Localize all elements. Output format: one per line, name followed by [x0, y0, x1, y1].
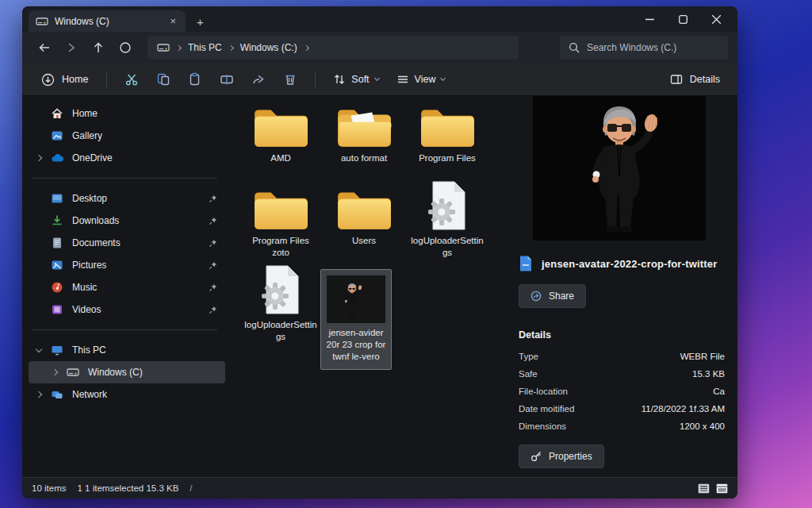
folder-open-icon [335, 104, 393, 148]
close-button[interactable] [699, 6, 733, 32]
sidebar-item-pictures[interactable]: Pictures [29, 254, 225, 276]
sort-arrows-icon [333, 73, 346, 86]
view-dropdown[interactable]: View [389, 68, 453, 90]
pin-icon [209, 194, 217, 203]
maximize-button[interactable] [666, 6, 699, 32]
breadcrumb-this-pc[interactable]: This PC [188, 42, 222, 53]
file-item-auto-format[interactable]: auto format [324, 102, 404, 164]
minimize-button[interactable] [633, 6, 666, 32]
selected-file-header: jensen-avatar-2022-crop-for-twitter [519, 255, 730, 272]
sidebar-item-documents[interactable]: Documents [29, 232, 225, 254]
details-toggle-label: Details [690, 74, 720, 85]
window-controls [633, 6, 733, 32]
folder-icon [335, 187, 393, 231]
file-item-jensen-avatar-selected[interactable]: jensen-avider 20r 23 crop for twnf le-ve… [320, 269, 392, 370]
location-drive-icon [157, 41, 170, 54]
trash-icon [283, 72, 297, 87]
paste-button[interactable] [181, 67, 209, 91]
sidebar-item-home[interactable]: Home [29, 102, 225, 125]
downloads-icon [51, 214, 63, 227]
sidebar-item-network[interactable]: Network [29, 383, 225, 406]
drive-icon [36, 15, 48, 28]
pictures-icon [51, 259, 63, 271]
home-button[interactable]: Home [33, 68, 96, 91]
search-input[interactable]: Search Windows (C.) [560, 36, 728, 60]
arrow-left-icon [38, 41, 51, 54]
sidebar-divider [32, 329, 217, 330]
file-name: logUploaderSettings [409, 235, 485, 259]
file-name: logUploaderSettings [243, 319, 319, 343]
sidebar-item-onedrive[interactable]: OneDrive [29, 147, 225, 169]
sidebar-item-windows-c[interactable]: Windows (C) [29, 361, 225, 383]
cut-button[interactable] [117, 67, 146, 91]
breadcrumb[interactable]: This PC Windows (C:) [147, 36, 519, 60]
tab-windows-c[interactable]: Windows (C) × [29, 10, 186, 32]
explorer-body: Home Gallery OneDrive Desktop Downloads [22, 96, 737, 477]
pin-icon [209, 261, 217, 270]
sort-dropdown[interactable]: Soft [326, 68, 385, 90]
share-button-toolbar[interactable] [244, 67, 273, 91]
sidebar-item-label: Home [72, 108, 98, 119]
sidebar-item-downloads[interactable]: Downloads [29, 210, 225, 232]
paste-icon [188, 72, 202, 87]
home-button-label: Home [62, 74, 88, 85]
folder-icon [251, 104, 310, 148]
sort-label: Soft [351, 74, 369, 85]
file-item-amd[interactable]: AMD [241, 102, 320, 164]
back-button[interactable] [32, 36, 57, 60]
music-icon [51, 281, 63, 294]
image-thumbnail [327, 275, 385, 323]
chevron-down-icon [374, 75, 380, 81]
detail-row-date-modified: Date moitified 11/28/2022 1f.33 AM [519, 396, 725, 414]
items-count: 10 items [32, 483, 66, 493]
details-view-icon[interactable] [698, 483, 710, 494]
tab-close-icon[interactable]: × [167, 15, 178, 27]
file-item-program-files[interactable]: Program Files [408, 102, 487, 164]
toolbar-divider [315, 71, 316, 88]
delete-button[interactable] [276, 67, 304, 91]
up-button[interactable] [86, 36, 111, 60]
detail-row-dimensions: Dimensions 1200 x 400 [519, 414, 725, 431]
share-button[interactable]: Share [519, 284, 586, 308]
arrow-up-icon [92, 41, 105, 54]
properties-button[interactable]: Properties [519, 444, 604, 468]
sidebar-item-desktop[interactable]: Desktop [29, 187, 225, 210]
view-lines-icon [396, 73, 409, 86]
detail-row-type: Type WEBR File [519, 341, 725, 361]
folder-icon [418, 104, 477, 148]
pin-icon [209, 306, 217, 314]
breadcrumb-windows-c[interactable]: Windows (C:) [240, 42, 297, 53]
refresh-button[interactable] [113, 36, 138, 60]
file-item-program-files-zoto[interactable]: Program Files zoto [241, 185, 320, 259]
sidebar-item-videos[interactable]: Videos [29, 298, 225, 321]
sidebar-item-gallery[interactable]: Gallery [29, 125, 225, 147]
details-toggle[interactable]: Details [664, 68, 726, 90]
copy-button[interactable] [149, 67, 178, 91]
file-item-loguploadersettings[interactable]: logUploaderSettings [408, 180, 487, 259]
rename-button[interactable] [213, 67, 241, 91]
sidebar-item-label: Downloads [72, 215, 119, 226]
selected-file-title: jensen-avatar-2022-crop-for-twitter [542, 258, 718, 270]
sidebar-item-label: Videos [72, 304, 101, 315]
detail-value: 11/28/2022 1f.33 AM [642, 404, 725, 414]
onedrive-cloud-icon [51, 152, 63, 164]
share-icon [530, 291, 542, 302]
properties-button-label: Properties [549, 451, 592, 462]
key-icon [530, 451, 542, 462]
drive-icon [67, 366, 79, 379]
file-item-users[interactable]: Users [324, 185, 404, 247]
sidebar-item-label: Windows (C) [88, 367, 143, 378]
new-tab-button[interactable]: + [197, 15, 204, 29]
file-item-loguploadersettings-2[interactable]: logUploaderSettings [241, 264, 320, 343]
sidebar-divider [32, 178, 217, 179]
videos-icon [51, 303, 63, 316]
chevron-right-icon [36, 155, 42, 161]
detail-label: Safe [519, 369, 538, 379]
close-icon [712, 15, 721, 24]
tab-bar: Windows (C) × + [22, 6, 737, 32]
sidebar-item-music[interactable]: Music [29, 276, 225, 298]
large-icons-view-icon[interactable] [716, 483, 728, 494]
sidebar-item-this-pc[interactable]: This PC [29, 339, 225, 361]
forward-button[interactable] [59, 36, 84, 60]
chevron-down-icon [440, 75, 446, 81]
